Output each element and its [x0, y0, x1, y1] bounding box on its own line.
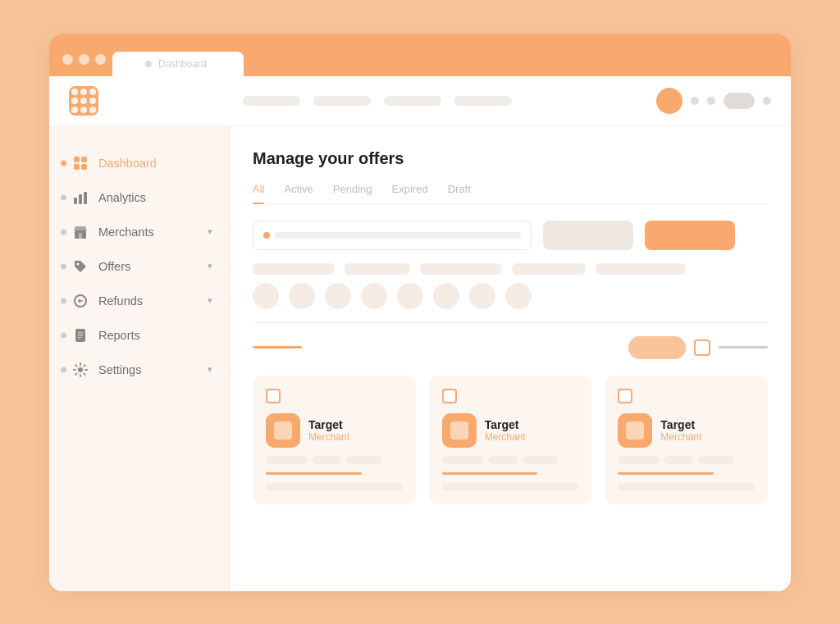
logo-dot [89, 89, 96, 95]
search-dot [263, 232, 270, 239]
chevron-settings: ▾ [208, 364, 212, 375]
gear-icon [72, 362, 89, 378]
skel-avatar [433, 283, 459, 309]
bullet-analytics [61, 194, 66, 200]
chevron-merchants: ▾ [208, 226, 212, 237]
logo-dot [71, 107, 78, 113]
card-info-1: Target Merchant [308, 418, 349, 443]
theme-toggle[interactable] [724, 93, 755, 109]
card-pill [698, 456, 734, 464]
card-pill [266, 456, 307, 464]
nav-pill-3 [384, 96, 441, 106]
svg-point-9 [77, 262, 80, 265]
sidebar-item-reports[interactable]: Reports [49, 318, 229, 353]
bullet-offers [61, 263, 66, 269]
card-title-2: Target [485, 418, 526, 431]
bullet-dashboard [61, 160, 66, 166]
browser-dot-2 [79, 54, 89, 65]
card-pill [346, 456, 382, 464]
add-offer-button[interactable] [645, 221, 735, 250]
bullet-merchants [61, 229, 66, 235]
app-logo [69, 86, 98, 116]
tab-active[interactable]: Active [284, 183, 313, 203]
card-subtitle-2: Merchant [485, 431, 526, 443]
tab-pending[interactable]: Pending [333, 183, 372, 203]
card-title-3: Target [660, 418, 701, 431]
browser-tab[interactable]: Dashboard [112, 52, 244, 76]
svg-rect-5 [79, 194, 82, 204]
browser-controls [62, 54, 106, 76]
browser-dot-3 [95, 54, 106, 65]
logo-grid [71, 89, 96, 113]
sidebar-item-offers[interactable]: Offers ▾ [49, 249, 229, 284]
skel-avatar [397, 283, 423, 309]
sidebar-item-refunds[interactable]: Refunds ▾ [49, 284, 229, 318]
page-size-selector[interactable] [628, 336, 686, 359]
tab-expired[interactable]: Expired [392, 183, 428, 203]
card-header-2: Target Merchant [442, 413, 579, 448]
sidebar-item-merchants[interactable]: Merchants ▾ [49, 215, 229, 249]
icon-inner-3 [626, 421, 644, 440]
card-pill [664, 456, 693, 464]
header-right [656, 88, 771, 114]
merchant-icon-2 [442, 413, 477, 448]
card-pill [618, 456, 659, 464]
card-title-1: Target [308, 418, 349, 431]
logo-dot [80, 98, 87, 104]
grid-icon [72, 155, 89, 171]
select-all-checkbox[interactable] [694, 339, 710, 356]
card-header-1: Target Merchant [266, 413, 403, 448]
svg-rect-13 [78, 335, 83, 336]
tab-all[interactable]: All [253, 183, 264, 203]
notification-dot-1 [691, 97, 699, 105]
main-content: Manage your offers All Active Pending Ex… [230, 126, 791, 591]
header-menu-dot [763, 97, 771, 105]
card-pill [488, 456, 518, 464]
logo-dot [71, 89, 78, 95]
sidebar-item-dashboard[interactable]: Dashboard [49, 146, 229, 180]
sidebar-label-analytics: Analytics [98, 191, 146, 204]
outer-frame: Dashboard [26, 11, 814, 614]
svg-rect-12 [78, 332, 83, 334]
tag-icon [72, 258, 89, 275]
refund-icon [72, 293, 89, 309]
card-info-2: Target Merchant [485, 418, 526, 443]
card-subtitle-1: Merchant [308, 431, 349, 443]
offer-card-1: Target Merchant [253, 376, 416, 504]
card-pills-3 [618, 456, 755, 464]
tab-draft[interactable]: Draft [448, 183, 471, 203]
search-placeholder [275, 232, 521, 239]
sidebar-item-settings[interactable]: Settings ▾ [49, 353, 229, 387]
tab-favicon [145, 61, 152, 67]
filter-button[interactable] [543, 221, 633, 250]
cards-grid: Target Merchant [253, 376, 768, 504]
skel-cell [345, 263, 410, 275]
offer-card-3: Target Merchant [605, 376, 768, 504]
logo-dot [89, 98, 96, 104]
sidebar-item-analytics[interactable]: Analytics [49, 180, 229, 215]
filter-row [253, 221, 768, 250]
browser-dot-1 [62, 54, 73, 65]
skel-avatar [505, 283, 532, 309]
sidebar-label-dashboard: Dashboard [98, 157, 157, 170]
notification-dot-2 [707, 97, 715, 105]
avatar[interactable] [656, 88, 682, 114]
pagination-dash [719, 346, 768, 348]
skeleton-row-1 [253, 263, 768, 275]
nav-pill-2 [313, 96, 371, 106]
bullet-settings [61, 367, 66, 372]
card-checkbox-1[interactable] [266, 389, 281, 403]
card-checkbox-2[interactable] [442, 389, 457, 403]
skel-cell [512, 263, 586, 275]
offer-card-2: Target Merchant [429, 376, 592, 504]
logo-dot [80, 89, 87, 95]
sidebar-label-settings: Settings [98, 363, 141, 376]
svg-rect-4 [74, 198, 77, 204]
sidebar: Dashboard Analytics [49, 126, 230, 591]
card-progress-1 [266, 472, 362, 475]
search-input[interactable] [253, 221, 532, 250]
skel-avatar [469, 283, 495, 309]
card-checkbox-3[interactable] [618, 389, 632, 403]
card-bottom-2 [442, 483, 579, 491]
report-icon [72, 327, 89, 344]
